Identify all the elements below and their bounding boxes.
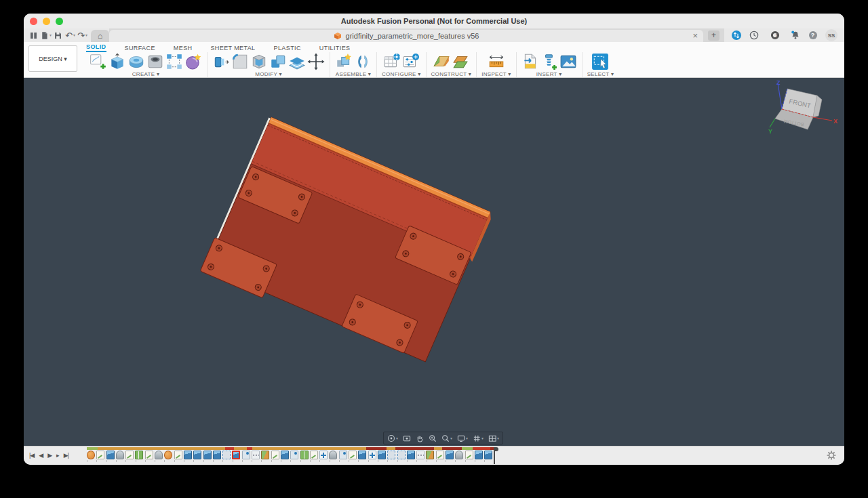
job-status-button[interactable] bbox=[731, 30, 741, 41]
timeline-feature-sketch[interactable] bbox=[96, 451, 104, 459]
timeline-feature-sketch[interactable] bbox=[174, 451, 182, 459]
timeline-feature-sketch[interactable] bbox=[310, 451, 318, 459]
hole-button[interactable] bbox=[146, 53, 164, 70]
timeline-feature-extrude[interactable] bbox=[484, 451, 492, 459]
ribbon-tab-sheet-metal[interactable]: SHEET METAL bbox=[210, 45, 255, 52]
timeline-feature-axis[interactable] bbox=[252, 451, 260, 459]
document-tab[interactable]: gridfinity_parametric_more_features v56 … bbox=[109, 30, 703, 42]
group-label[interactable]: CONSTRUCT ▾ bbox=[431, 71, 472, 77]
timeline-feature-sketch[interactable] bbox=[349, 451, 357, 459]
go-to-start-button[interactable]: |◀ bbox=[29, 451, 34, 460]
select-button[interactable] bbox=[591, 53, 609, 70]
timeline-feature-move[interactable] bbox=[368, 451, 376, 459]
viewport-canvas[interactable]: Z FRONT BOTTOM X Y ▾▾▾▾▾ bbox=[24, 78, 844, 446]
timeline-feature-sketch[interactable] bbox=[436, 451, 444, 459]
timeline-settings-button[interactable] bbox=[827, 451, 836, 460]
create-sketch-button[interactable] bbox=[90, 53, 107, 70]
insert-fastener-button[interactable] bbox=[540, 53, 558, 70]
tab-close-icon[interactable]: × bbox=[692, 30, 698, 41]
home-tab[interactable]: ⌂ bbox=[91, 30, 109, 42]
timeline-feature-form[interactable] bbox=[164, 451, 172, 459]
workspace-switcher[interactable]: DESIGN ▾ bbox=[28, 45, 77, 72]
timeline-feature-move[interactable] bbox=[319, 451, 328, 459]
timeline-feature-component[interactable] bbox=[339, 451, 347, 459]
zoom-window-button[interactable] bbox=[56, 18, 63, 25]
ribbon-tab-mesh[interactable]: MESH bbox=[174, 45, 193, 52]
offset-plane-button[interactable] bbox=[452, 53, 469, 70]
help-button[interactable]: ? bbox=[808, 30, 818, 41]
go-to-end-button[interactable]: ▶| bbox=[64, 451, 68, 460]
shell-button[interactable] bbox=[250, 53, 268, 70]
close-window-button[interactable] bbox=[30, 18, 37, 25]
group-label[interactable]: INSPECT ▾ bbox=[481, 71, 511, 77]
rectangular-pattern-button[interactable] bbox=[165, 53, 183, 70]
insert-mesh-button[interactable] bbox=[521, 53, 539, 70]
timeline-feature-mirror[interactable] bbox=[300, 451, 309, 459]
timeline-feature-revolve[interactable] bbox=[329, 451, 337, 459]
timeline-feature-revolve[interactable] bbox=[116, 451, 124, 459]
zoom-button[interactable]: ▾ bbox=[441, 434, 452, 442]
group-label[interactable]: INSERT ▾ bbox=[536, 71, 562, 77]
file-button[interactable]: ▾ bbox=[40, 30, 52, 41]
zoom-window-button[interactable] bbox=[429, 434, 437, 442]
timeline-feature-sketch[interactable] bbox=[271, 451, 279, 459]
save-button[interactable] bbox=[52, 30, 64, 41]
new-component-button[interactable] bbox=[335, 53, 353, 70]
configure-features-button[interactable] bbox=[402, 53, 420, 70]
look-at-button[interactable] bbox=[403, 434, 411, 442]
move-button[interactable] bbox=[307, 53, 325, 70]
avatar[interactable]: SS bbox=[825, 29, 837, 41]
timeline-feature-extrude[interactable] bbox=[106, 451, 115, 459]
fillet-button[interactable] bbox=[231, 53, 249, 70]
timeline-feature-revolve[interactable] bbox=[155, 451, 163, 459]
offset-face-button[interactable] bbox=[288, 53, 306, 70]
timeline-feature-extrude[interactable] bbox=[475, 451, 483, 459]
group-label[interactable]: MODIFY ▾ bbox=[255, 71, 282, 77]
step-back-button[interactable]: ◀ bbox=[39, 451, 43, 460]
ribbon-tab-plastic[interactable]: PLASTIC bbox=[274, 45, 301, 52]
timeline-feature-sketch[interactable] bbox=[125, 451, 134, 459]
ribbon-tab-solid[interactable]: SOLID bbox=[86, 43, 106, 52]
timeline-feature-extrude[interactable] bbox=[203, 451, 212, 459]
undo-button[interactable]: ↶▾ bbox=[64, 30, 76, 41]
timeline-feature-extrude[interactable] bbox=[358, 451, 366, 459]
timeline-feature-mirror[interactable] bbox=[135, 451, 143, 459]
timeline-feature-extrude[interactable] bbox=[281, 451, 289, 459]
group-label[interactable]: SELECT ▾ bbox=[587, 71, 614, 77]
joint-button[interactable] bbox=[354, 53, 372, 70]
group-label[interactable]: CONFIGURE ▾ bbox=[382, 71, 421, 77]
viewports-button[interactable]: ▾ bbox=[488, 434, 499, 442]
display-settings-button[interactable]: ▾ bbox=[457, 434, 468, 442]
model-gridfinity-baseplate[interactable] bbox=[24, 78, 844, 446]
construction-plane-button[interactable] bbox=[433, 53, 450, 70]
new-tab-button[interactable]: + bbox=[708, 30, 719, 41]
timeline-feature-pattern[interactable] bbox=[222, 451, 231, 459]
notifications-button[interactable]: 1 bbox=[766, 30, 783, 41]
timeline-feature-error[interactable] bbox=[232, 451, 240, 459]
timeline-feature-extrude[interactable] bbox=[184, 451, 192, 459]
recent-activity-button[interactable] bbox=[749, 30, 759, 41]
ribbon-tab-utilities[interactable]: UTILITIES bbox=[319, 45, 351, 52]
timeline-feature-extrude[interactable] bbox=[193, 451, 201, 459]
create-form-button[interactable] bbox=[184, 53, 202, 70]
view-cube[interactable]: Z FRONT BOTTOM X Y bbox=[768, 78, 839, 139]
grid-settings-button[interactable]: ▾ bbox=[473, 434, 484, 442]
group-label[interactable]: CREATE ▾ bbox=[132, 71, 160, 77]
timeline-playhead[interactable] bbox=[494, 447, 499, 464]
timeline-feature-sketch[interactable] bbox=[145, 451, 153, 459]
pan-button[interactable] bbox=[416, 434, 424, 442]
step-forward-button[interactable]: ▸ bbox=[56, 451, 59, 460]
data-panel-button[interactable] bbox=[28, 30, 39, 41]
ribbon-tab-surface[interactable]: SURFACE bbox=[125, 45, 155, 52]
timeline-feature-plane[interactable] bbox=[261, 451, 269, 459]
alerts-button[interactable] bbox=[790, 30, 800, 41]
timeline-feature-pattern[interactable] bbox=[387, 451, 395, 459]
measure-button[interactable] bbox=[488, 53, 505, 70]
timeline-feature-revolve[interactable] bbox=[455, 451, 463, 459]
timeline-feature-plane[interactable] bbox=[426, 451, 434, 459]
timeline-feature-sketch[interactable] bbox=[465, 451, 473, 459]
timeline-feature-extrude[interactable] bbox=[378, 451, 386, 459]
timeline-feature-component[interactable] bbox=[290, 451, 298, 459]
canvas-button[interactable] bbox=[559, 53, 577, 70]
play-button[interactable]: ▶ bbox=[47, 451, 52, 460]
